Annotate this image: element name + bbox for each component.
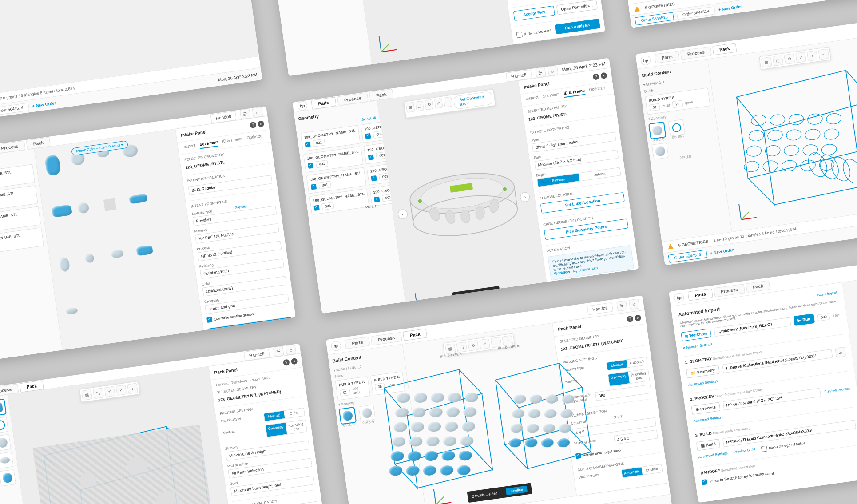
svg-line-50 [739, 204, 741, 220]
svg-point-47 [781, 159, 797, 172]
svg-line-25 [417, 301, 426, 309]
section-title: Automated Import [678, 306, 720, 317]
window-pack-build: hp PartsProcessPack Handoff☰⌕ Build Cont… [635, 10, 857, 266]
svg-point-38 [805, 128, 821, 141]
new-order-btn[interactable]: + New Order [32, 100, 56, 108]
run-btn[interactable]: ▶ Run [793, 314, 815, 326]
svg-point-32 [788, 113, 805, 126]
label-placed-bar: Label placed…Edit [452, 286, 500, 301]
window-process-overview: Geometry Intent Process Overview Printer… [0, 0, 262, 124]
svg-line-24 [417, 306, 433, 309]
svg-point-49 [819, 159, 835, 171]
window-pack-two-builds: hp PartsProcessPack Handoff☰⌕ Build Cont… [326, 295, 672, 504]
svg-point-30 [750, 114, 767, 127]
timestamp: Mon, 20 April 2:23 PM [218, 72, 258, 82]
svg-point-45 [743, 160, 760, 173]
svg-point-41 [765, 144, 781, 157]
window-deformation: ⬚⟲⤢↕⋯ Set intent ID [602, 0, 857, 28]
viewport-3d[interactable]: Intent: Color • Intent Presets ▾ [34, 129, 205, 362]
process-chip[interactable]: ⚙ Process [691, 402, 720, 415]
cloud-icon[interactable]: ☁ [835, 347, 846, 358]
svg-point-37 [786, 129, 802, 141]
svg-point-36 [767, 129, 783, 142]
close-icon[interactable]: × [258, 120, 265, 127]
build-chip[interactable]: ▣ Build [696, 439, 720, 451]
window-id-frame: hp PartsProcessPack Handoff ☰⌕ Mon, 20 A… [293, 58, 639, 314]
workflow-chip[interactable]: ⎘ Workflow [681, 329, 711, 341]
svg-point-31 [770, 114, 786, 126]
svg-point-46 [762, 160, 779, 172]
geometry-chip[interactable]: 📁 Geometry [686, 365, 720, 378]
svg-point-35 [748, 130, 765, 142]
window-auto-import: hp PartsProcessPack Handoff☰⌕ Automated … [669, 247, 857, 503]
svg-point-34 [825, 112, 842, 125]
viewport-3d[interactable]: ▦⬚⟲⤢↕⋯ BUILD TYPE A BUILD TYPE B 2 Build… [403, 323, 576, 504]
accept-part-btn[interactable]: Accept Part [513, 6, 555, 21]
svg-point-40 [746, 145, 762, 157]
list-icon[interactable]: ☰ [240, 108, 251, 119]
run-analysis-btn[interactable]: Run Analysis [555, 19, 600, 35]
svg-point-39 [823, 128, 840, 140]
svg-line-56 [434, 489, 436, 504]
svg-point-48 [800, 159, 816, 171]
svg-line-3 [379, 36, 381, 52]
viewport-3d[interactable]: ▦⬚⟲⤢↕⋯ [708, 35, 857, 231]
search-icon[interactable]: ⌕ [252, 107, 263, 118]
order-tab-2[interactable]: Order 5644514 [0, 103, 29, 116]
window-pack-dense: ProcessPack Handoff☰⌕ ▦⬚⟲⤢↕ [0, 344, 329, 504]
window-intent: hp PartsProcessPack Handoff ☰⌕ Geometry … [0, 106, 296, 362]
svg-line-58 [435, 497, 445, 504]
open-part-btn[interactable]: Open Part with… [556, 0, 598, 15]
window-inspect: hp ● 0/3 190_GEOMETRY_NAME_STL001units 1… [259, 0, 605, 76]
svg-point-33 [807, 113, 823, 125]
svg-point-42 [783, 144, 800, 157]
svg-point-43 [802, 144, 819, 156]
svg-line-23 [415, 293, 417, 309]
help-icon[interactable]: ? [250, 122, 257, 129]
svg-point-44 [821, 143, 837, 156]
axes-icon [374, 32, 399, 56]
